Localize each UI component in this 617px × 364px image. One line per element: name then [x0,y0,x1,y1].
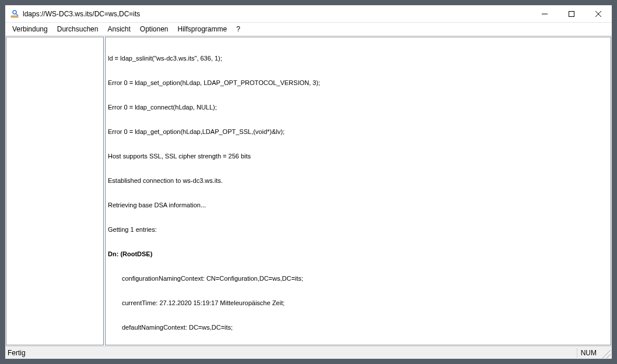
menubar: Verbindung Durchsuchen Ansicht Optionen … [5,23,612,36]
menu-help[interactable]: ? [232,24,245,34]
app-window: ldaps://WS-DC3.ws.its/DC=ws,DC=its Verbi… [5,5,612,359]
attr-line: defaultNamingContext: DC=ws,DC=its; [108,323,608,331]
svg-rect-4 [569,11,574,16]
menu-hilfsprogramme[interactable]: Hilfsprogramme [173,24,232,34]
log-line: Error 0 = ldap_connect(hLdap, NULL); [108,103,608,111]
output-pane[interactable]: ld = ldap_sslinit("ws-dc3.ws.its", 636, … [105,37,611,345]
log-line: Retrieving base DSA information... [108,201,608,209]
minimize-button[interactable] [531,5,558,23]
log-line: Established connection to ws-dc3.ws.its. [108,176,608,185]
maximize-button[interactable] [558,5,585,23]
status-numlock: NUM [581,349,600,357]
log-line: Host supports SSL, SSL cipher strength =… [108,152,608,160]
app-icon [10,9,19,19]
titlebar[interactable]: ldaps://WS-DC3.ws.its/DC=ws,DC=its [5,5,612,23]
svg-line-1 [16,13,18,16]
close-button[interactable] [585,5,612,23]
status-text: Fertig [5,349,573,357]
log-line: Error 0 = ldap_get_option(hLdap,LDAP_OPT… [108,128,608,136]
menu-ansicht[interactable]: Ansicht [103,24,135,34]
menu-verbindung[interactable]: Verbindung [8,24,52,34]
resize-grip-icon[interactable] [600,348,611,358]
menu-durchsuchen[interactable]: Durchsuchen [52,24,103,34]
status-separator [577,348,577,358]
statusbar: Fertig NUM [5,346,612,359]
window-controls [531,5,612,23]
dn-line: Dn: (RootDSE) [108,250,608,258]
log-line: Error 0 = ldap_set_option(hLdap, LDAP_OP… [108,79,608,87]
attr-line: currentTime: 27.12.2020 15:19:17 Mittele… [108,299,608,307]
log-line: ld = ldap_sslinit("ws-dc3.ws.its", 636, … [108,54,608,62]
svg-rect-2 [11,16,18,17]
window-title: ldaps://WS-DC3.ws.its/DC=ws,DC=its [23,10,531,18]
log-line: Getting 1 entries: [108,225,608,234]
client-area: ld = ldap_sslinit("ws-dc3.ws.its", 636, … [5,36,612,346]
attr-line: configurationNamingContext: CN=Configura… [108,274,608,282]
tree-pane[interactable] [6,37,104,345]
menu-optionen[interactable]: Optionen [135,24,173,34]
